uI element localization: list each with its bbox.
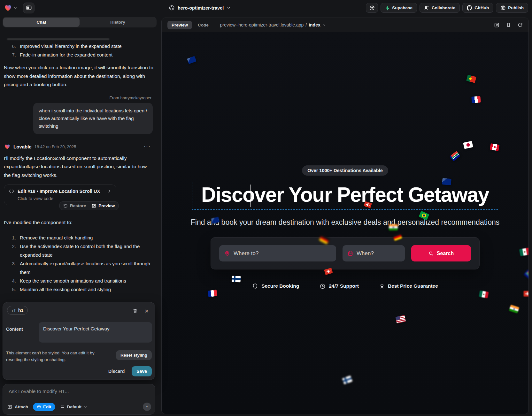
discard-button[interactable]: Discard: [104, 366, 128, 376]
hero-subtitle: Find and book your dream destination wit…: [191, 218, 500, 227]
save-button[interactable]: Save: [132, 366, 152, 376]
assistant-name: Lovable: [13, 144, 32, 149]
assistant-intro: I'll modify the LocationScroll component…: [4, 154, 153, 180]
settings-button[interactable]: [366, 3, 378, 13]
preview-frame: Preview Code preview--hero-optimizer-tra…: [161, 18, 529, 414]
site-canvas[interactable]: Over 1000+ Destinations Available Discov…: [162, 32, 528, 414]
chat-history-tabs: Chat History: [3, 17, 157, 27]
content-label: Content: [6, 327, 23, 332]
lovable-heart-icon: [4, 144, 11, 150]
location-pin-icon: [224, 250, 230, 256]
destinations-badge: Over 1000+ Destinations Available: [302, 165, 388, 176]
chevron-down-icon: [84, 405, 87, 409]
chevron-down-icon: [322, 23, 326, 27]
tab-code[interactable]: Code: [197, 21, 210, 29]
feature-best-price: Best Price Guarantee: [379, 283, 438, 289]
mobile-view-icon[interactable]: [506, 22, 511, 28]
sliders-icon: [60, 405, 65, 409]
image-attach-icon: [7, 405, 12, 409]
code-brackets-icon: [9, 189, 14, 193]
list-item: 7.Fade-in animation for the expanded con…: [4, 50, 153, 59]
chevron-right-icon: [107, 189, 112, 193]
selected-element-chip[interactable]: тT h1: [7, 306, 28, 315]
modification-steps-list: 1.Remove the manual click handling2.Use …: [4, 233, 153, 294]
collaborate-button[interactable]: Collaborate: [420, 3, 460, 13]
publish-button[interactable]: Publish: [496, 3, 528, 13]
assistant-message-header: Lovable 18:42 on Feb 20, 2025 ···: [4, 144, 153, 150]
element-tag: h1: [18, 308, 23, 313]
search-button[interactable]: Search: [411, 245, 471, 261]
list-item: 3.Automatically expand/collapse location…: [4, 259, 153, 276]
edit-mode-button[interactable]: Edit: [33, 403, 55, 411]
finland-flag: [342, 375, 352, 384]
clock-icon: [320, 283, 326, 289]
url-separator: /: [305, 22, 307, 27]
where-input[interactable]: [234, 250, 331, 257]
calendar-icon: [348, 251, 353, 256]
france-flag: [208, 290, 218, 297]
version-actions: Restore Preview: [59, 201, 119, 210]
list-item: 2.Use the activeIndex state to control b…: [4, 242, 153, 259]
gear-icon: [369, 5, 375, 11]
reset-styling-button[interactable]: Reset styling: [116, 350, 152, 360]
close-icon[interactable]: ×: [145, 307, 149, 314]
refresh-icon[interactable]: [518, 22, 523, 27]
magnifier-icon: [428, 251, 434, 256]
hero-title[interactable]: Discover Your Perfect Getaway: [201, 183, 489, 207]
edit-card-subtitle: Click to view code: [18, 196, 112, 201]
lovable-logo-menu[interactable]: [4, 4, 17, 12]
tab-history[interactable]: History: [80, 18, 156, 27]
shield-icon: [252, 283, 258, 289]
user-attribution: From harrymckayroper: [4, 95, 153, 100]
attach-button[interactable]: Attach: [7, 405, 28, 409]
chat-input[interactable]: [9, 389, 142, 399]
tab-chat[interactable]: Chat: [3, 18, 80, 27]
list-item: 6.Improved visual hierarchy in the expan…: [4, 42, 153, 50]
sidebar-toggle-icon: [26, 5, 32, 11]
mexico-flag: [479, 291, 489, 299]
united-states-flag: [395, 315, 406, 324]
edit-card-title: Edit #18 • Improve Location Scroll UX: [18, 189, 104, 194]
search-card: Search: [211, 237, 480, 269]
project-switcher[interactable]: hero-optimizer-travel: [169, 0, 231, 16]
preview-url[interactable]: preview--hero-optimizer-travel.lovable.a…: [220, 22, 326, 27]
tab-preview[interactable]: Preview: [167, 21, 192, 29]
selected-h1-outline[interactable]: Discover Your Perfect Getaway: [192, 182, 498, 210]
feature-support: 24/7 Support: [320, 283, 359, 289]
trash-icon[interactable]: [133, 308, 138, 314]
type-icon: тT: [12, 308, 16, 313]
text-caret: [251, 185, 251, 207]
preview-version-button[interactable]: Preview: [92, 203, 115, 208]
when-input[interactable]: [357, 250, 400, 257]
preview-toolbar: Preview Code preview--hero-optimizer-tra…: [162, 18, 528, 32]
target-icon: [37, 405, 41, 409]
open-external-icon[interactable]: [494, 22, 499, 28]
element-editor-panel: тT h1 × Content Discover Your Perfect Ge…: [3, 302, 155, 380]
chat-message-list[interactable]: 6.Improved visual hierarchy in the expan…: [3, 27, 157, 302]
clipped-scrolled-text: [7, 38, 109, 40]
sidebar-toggle-button[interactable]: [23, 3, 35, 13]
restore-button[interactable]: Restore: [63, 203, 86, 208]
supabase-button[interactable]: Supabase: [381, 3, 417, 13]
github-button[interactable]: GitHub: [462, 3, 493, 13]
people-icon: [424, 5, 429, 11]
feature-secure-booking: Secure Booking: [252, 283, 299, 289]
default-mode-button[interactable]: Default: [60, 405, 88, 409]
feature-highlights: Secure Booking 24/7 Support Best Price G…: [252, 283, 438, 289]
globe-icon: [500, 5, 506, 11]
chevron-down-icon: [227, 6, 231, 10]
award-icon: [379, 283, 385, 289]
content-input[interactable]: Discover Your Perfect Getaway: [39, 322, 152, 343]
chevron-down-icon: [13, 6, 17, 10]
where-field[interactable]: [219, 245, 336, 261]
more-options-icon[interactable]: ···: [144, 144, 153, 149]
list-item: 5.Maintain all the existing content and …: [4, 285, 153, 294]
when-field[interactable]: [343, 245, 405, 261]
user-message-bubble: when i scroll into the individual locati…: [33, 103, 153, 134]
lovable-heart-icon: [4, 4, 12, 12]
restore-icon: [63, 204, 68, 208]
send-button[interactable]: ↑: [143, 403, 151, 411]
previous-changes-list: 6.Improved visual hierarchy in the expan…: [4, 42, 153, 59]
top-bar: hero-optimizer-travel Supabase Collabora…: [0, 0, 532, 16]
assistant-paragraph: Now when you click on a location image, …: [4, 64, 153, 89]
